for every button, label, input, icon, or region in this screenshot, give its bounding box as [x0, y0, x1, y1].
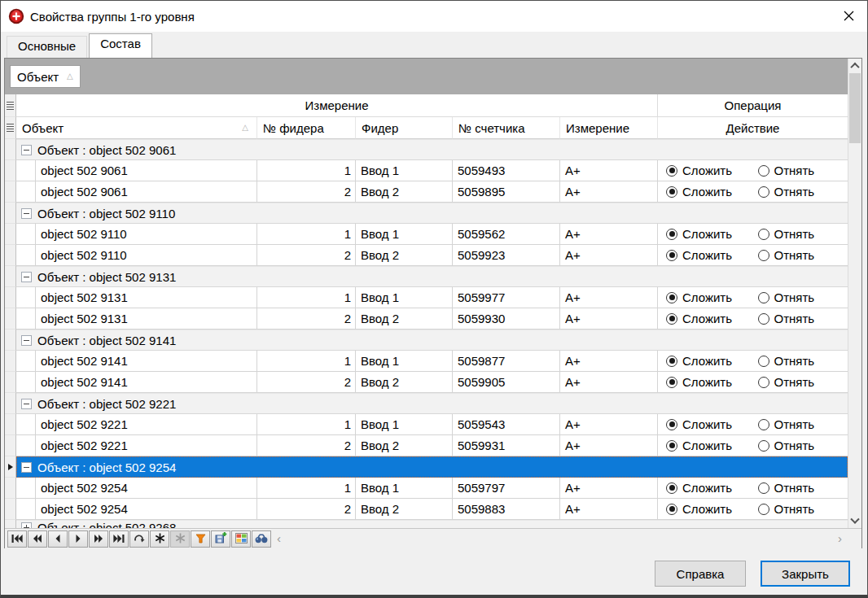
group-row-content[interactable]: Объект : object 502 9061: [16, 139, 848, 160]
radio-option-add[interactable]: Сложить: [666, 227, 752, 241]
cell-feeder-no[interactable]: 1: [257, 160, 356, 181]
radio-icon[interactable]: [758, 377, 769, 388]
cell-measure[interactable]: А+: [560, 351, 658, 372]
radio-option-subtract[interactable]: Отнять: [758, 417, 844, 431]
group-row-content[interactable]: Объект : object 502 9141: [16, 330, 848, 351]
scroll-down-button[interactable]: [848, 514, 861, 528]
collapse-group-icon[interactable]: [21, 208, 32, 219]
cell-feeder-no[interactable]: 2: [257, 435, 356, 456]
cell-object[interactable]: object 502 9131: [36, 287, 257, 308]
cell-counter-no[interactable]: 5059931: [453, 435, 560, 456]
cell-feeder[interactable]: Ввод 2: [356, 181, 453, 203]
radio-option-subtract[interactable]: Отнять: [758, 227, 844, 241]
radio-icon[interactable]: [666, 292, 677, 303]
table-row[interactable]: object 502 90611Ввод 15059493А+СложитьОт…: [5, 160, 848, 181]
group-row[interactable]: Объект : object 502 9268: [5, 520, 848, 528]
radio-option-add[interactable]: Сложить: [666, 375, 752, 389]
group-row-content[interactable]: Объект : object 502 9110: [16, 203, 848, 224]
cell-counter-no[interactable]: 5059493: [453, 160, 560, 181]
radio-option-add[interactable]: Сложить: [666, 439, 752, 452]
radio-option-add[interactable]: Сложить: [666, 417, 752, 431]
group-row[interactable]: Объект : object 502 9131: [5, 266, 848, 287]
table-row[interactable]: object 502 91311Ввод 15059977А+СложитьОт…: [5, 287, 848, 308]
scroll-left-button[interactable]: ‹: [277, 533, 281, 544]
group-row[interactable]: Объект : object 502 9061: [5, 139, 848, 160]
cell-measure[interactable]: А+: [560, 245, 658, 266]
nav-customize-button[interactable]: [231, 530, 251, 548]
nav-fast-prev-button[interactable]: [28, 530, 47, 548]
radio-icon[interactable]: [666, 229, 677, 240]
radio-icon[interactable]: [666, 165, 677, 177]
group-row-content[interactable]: Объект : object 502 9268: [16, 520, 848, 528]
nav-last-button[interactable]: [109, 530, 129, 548]
radio-icon[interactable]: [758, 165, 769, 177]
band-izmerenie[interactable]: Измерение: [16, 94, 658, 117]
cell-measure[interactable]: А+: [560, 372, 658, 393]
radio-icon[interactable]: [758, 229, 769, 240]
radio-option-subtract[interactable]: Отнять: [758, 164, 844, 177]
cell-object[interactable]: object 502 9254: [36, 478, 257, 499]
group-row-content[interactable]: Объект : object 502 9131: [16, 266, 848, 287]
nav-prev-button[interactable]: [48, 530, 68, 548]
table-row[interactable]: object 502 92542Ввод 25059883А+СложитьОт…: [5, 499, 848, 520]
cell-object[interactable]: object 502 9110: [36, 224, 257, 245]
nav-first-button[interactable]: [7, 530, 27, 548]
column-header-feeder-no[interactable]: № фидера: [257, 117, 356, 139]
scroll-right-button[interactable]: ›: [838, 533, 842, 544]
radio-option-subtract[interactable]: Отнять: [758, 439, 844, 452]
cell-feeder-no[interactable]: 1: [257, 414, 356, 435]
cell-measure[interactable]: А+: [560, 478, 658, 499]
radio-option-add[interactable]: Сложить: [666, 312, 752, 325]
radio-icon[interactable]: [666, 440, 677, 452]
vertical-scrollbar[interactable]: [848, 59, 861, 528]
cell-counter-no[interactable]: 5059930: [453, 308, 560, 330]
cell-feeder[interactable]: Ввод 2: [356, 245, 453, 266]
scroll-up-button[interactable]: [848, 59, 861, 72]
radio-option-subtract[interactable]: Отнять: [758, 290, 844, 304]
column-header-object[interactable]: Объект △: [16, 117, 257, 139]
radio-icon[interactable]: [758, 292, 769, 303]
cell-measure[interactable]: А+: [560, 224, 658, 245]
cell-measure[interactable]: А+: [560, 435, 658, 456]
cell-object[interactable]: object 502 9141: [36, 372, 257, 393]
cell-measure[interactable]: А+: [560, 499, 658, 520]
radio-icon[interactable]: [758, 440, 769, 452]
group-row[interactable]: Объект : object 502 9110: [5, 203, 848, 224]
collapse-group-icon[interactable]: [21, 272, 32, 282]
cell-feeder[interactable]: Ввод 1: [356, 224, 453, 245]
table-row[interactable]: object 502 92211Ввод 15059543А+СложитьОт…: [5, 414, 848, 435]
nav-fast-next-button[interactable]: [89, 530, 108, 548]
table-row[interactable]: object 502 92541Ввод 15059797А+СложитьОт…: [5, 478, 848, 499]
cell-measure[interactable]: А+: [560, 160, 658, 181]
tab-osnovnye[interactable]: Основные: [7, 36, 87, 58]
cell-feeder-no[interactable]: 1: [257, 351, 356, 372]
column-header-feeder[interactable]: Фидер: [356, 117, 453, 139]
cell-counter-no[interactable]: 5059923: [453, 245, 560, 266]
radio-icon[interactable]: [758, 504, 769, 515]
band-operaciya[interactable]: Операция: [658, 94, 848, 117]
cell-feeder[interactable]: Ввод 1: [356, 478, 453, 499]
cell-feeder-no[interactable]: 2: [257, 181, 356, 203]
cell-feeder-no[interactable]: 2: [257, 372, 356, 393]
table-row[interactable]: object 502 92212Ввод 25059931А+СложитьОт…: [5, 435, 848, 456]
tab-sostav[interactable]: Состав: [89, 33, 152, 58]
radio-option-add[interactable]: Сложить: [666, 248, 752, 262]
radio-icon[interactable]: [758, 419, 769, 430]
column-header-action[interactable]: Действие: [658, 117, 848, 139]
radio-option-add[interactable]: Сложить: [666, 502, 752, 516]
radio-option-add[interactable]: Сложить: [666, 354, 752, 368]
cell-feeder[interactable]: Ввод 1: [356, 160, 453, 181]
collapse-group-icon[interactable]: [21, 462, 32, 473]
close-button[interactable]: [830, 1, 867, 32]
cell-measure[interactable]: А+: [560, 414, 658, 435]
nav-append-button[interactable]: [150, 530, 169, 548]
cell-object[interactable]: object 502 9221: [36, 414, 257, 435]
radio-icon[interactable]: [666, 250, 677, 261]
cell-counter-no[interactable]: 5059895: [453, 181, 560, 203]
cell-measure[interactable]: А+: [560, 308, 658, 330]
nav-search-button[interactable]: [252, 530, 271, 548]
radio-option-subtract[interactable]: Отнять: [758, 312, 844, 325]
column-header-measure[interactable]: Измерение: [560, 117, 658, 139]
cell-object[interactable]: object 502 9131: [36, 308, 257, 330]
table-row[interactable]: object 502 90612Ввод 25059895А+СложитьОт…: [5, 181, 848, 203]
